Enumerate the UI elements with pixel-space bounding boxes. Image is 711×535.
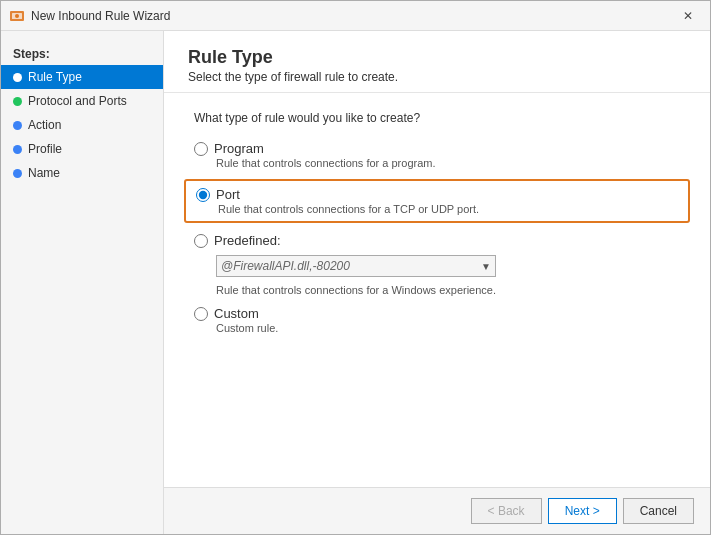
sidebar-item-protocol-ports[interactable]: Protocol and Ports (1, 89, 163, 113)
dot-rule-type (13, 73, 22, 82)
option-custom-desc: Custom rule. (216, 322, 680, 334)
option-port-label: Port (216, 187, 240, 202)
dropdown-arrow-icon: ▼ (481, 261, 491, 272)
radio-program[interactable] (194, 142, 208, 156)
title-bar-controls: ✕ (674, 5, 702, 27)
window-icon (9, 8, 25, 24)
back-button[interactable]: < Back (471, 498, 542, 524)
sidebar-label-name: Name (28, 166, 60, 180)
cancel-button[interactable]: Cancel (623, 498, 694, 524)
option-predefined-row: Predefined: (194, 233, 680, 248)
option-program-label: Program (214, 141, 264, 156)
page-subtitle: Select the type of firewall rule to crea… (188, 70, 686, 84)
sidebar-item-profile[interactable]: Profile (1, 137, 163, 161)
title-bar: New Inbound Rule Wizard ✕ (1, 1, 710, 31)
dot-profile (13, 145, 22, 154)
option-custom: Custom Custom rule. (194, 306, 680, 334)
title-bar-text: New Inbound Rule Wizard (31, 9, 674, 23)
sidebar-label-action: Action (28, 118, 61, 132)
option-predefined-label: Predefined: (214, 233, 281, 248)
close-button[interactable]: ✕ (674, 5, 702, 27)
sidebar-item-rule-type[interactable]: Rule Type (1, 65, 163, 89)
option-custom-row: Custom (194, 306, 680, 321)
dot-protocol-ports (13, 97, 22, 106)
dot-name (13, 169, 22, 178)
option-program-desc: Rule that controls connections for a pro… (216, 157, 680, 169)
option-port-desc: Rule that controls connections for a TCP… (218, 203, 678, 215)
page-title: Rule Type (188, 47, 686, 68)
sidebar-label-profile: Profile (28, 142, 62, 156)
next-button[interactable]: Next > (548, 498, 617, 524)
svg-point-2 (15, 14, 19, 18)
option-predefined: Predefined: @FirewallAPI.dll,-80200 ▼ Ru… (194, 233, 680, 296)
sidebar-label-protocol-ports: Protocol and Ports (28, 94, 127, 108)
port-option-box: Port Rule that controls connections for … (184, 179, 690, 223)
page-body: What type of rule would you like to crea… (164, 93, 710, 487)
option-group: Program Rule that controls connections f… (194, 141, 680, 334)
content-area: Steps: Rule Type Protocol and Ports Acti… (1, 31, 710, 534)
dropdown-value: @FirewallAPI.dll,-80200 (221, 259, 481, 273)
option-program-row: Program (194, 141, 680, 156)
radio-custom[interactable] (194, 307, 208, 321)
option-port-row: Port (196, 187, 678, 202)
radio-port[interactable] (196, 188, 210, 202)
sidebar: Steps: Rule Type Protocol and Ports Acti… (1, 31, 164, 534)
main-panel: Rule Type Select the type of firewall ru… (164, 31, 710, 534)
wizard-window: New Inbound Rule Wizard ✕ Steps: Rule Ty… (0, 0, 711, 535)
sidebar-item-action[interactable]: Action (1, 113, 163, 137)
option-predefined-desc: Rule that controls connections for a Win… (216, 284, 680, 296)
footer: < Back Next > Cancel (164, 487, 710, 534)
sidebar-title: Steps: (1, 41, 163, 65)
predefined-dropdown[interactable]: @FirewallAPI.dll,-80200 ▼ (216, 255, 496, 277)
sidebar-label-rule-type: Rule Type (28, 70, 82, 84)
radio-predefined[interactable] (194, 234, 208, 248)
page-header: Rule Type Select the type of firewall ru… (164, 31, 710, 93)
dot-action (13, 121, 22, 130)
question-text: What type of rule would you like to crea… (194, 111, 680, 125)
option-program: Program Rule that controls connections f… (194, 141, 680, 169)
option-custom-label: Custom (214, 306, 259, 321)
sidebar-item-name[interactable]: Name (1, 161, 163, 185)
option-port: Port Rule that controls connections for … (194, 179, 680, 223)
